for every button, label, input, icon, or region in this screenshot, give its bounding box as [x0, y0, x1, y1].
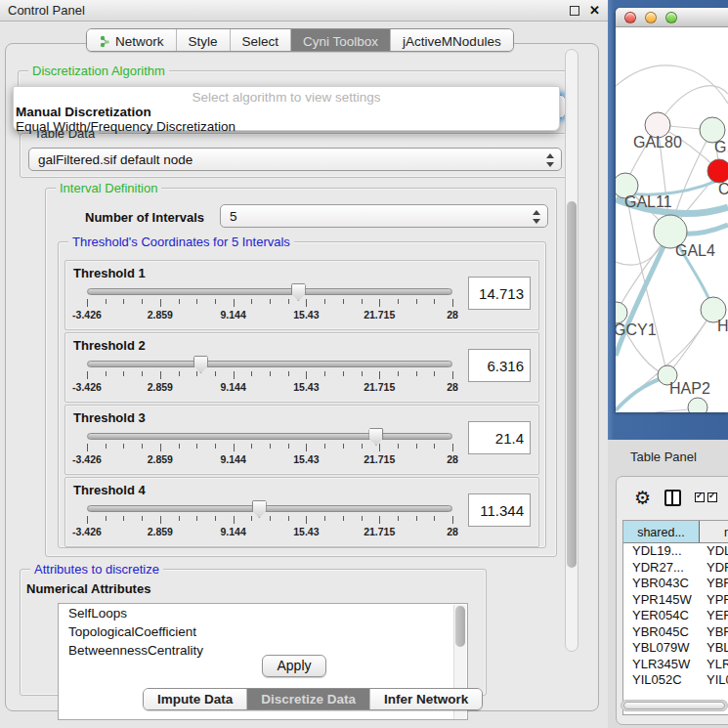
table-cell[interactable]: YIL052C	[623, 672, 700, 689]
settings-scrollbar[interactable]	[565, 49, 578, 652]
table-cell[interactable]: YLR3	[700, 657, 728, 673]
table-cell[interactable]: YIL0	[700, 672, 728, 689]
table-cell[interactable]: YER0	[700, 608, 728, 624]
threshold-value-field[interactable]: 6.316	[468, 349, 531, 382]
table-row[interactable]: YLR345WYLR3	[623, 657, 728, 673]
minimize-traffic-light-icon[interactable]	[645, 12, 657, 23]
table-cell[interactable]: YBR0	[700, 624, 728, 641]
close-traffic-light-icon[interactable]	[624, 12, 636, 23]
tab-infer-network[interactable]: Infer Network	[370, 689, 482, 709]
column-header-name[interactable]: n	[700, 521, 728, 542]
table-cell[interactable]: YBR045C	[623, 624, 700, 641]
tick-mark	[142, 371, 143, 376]
table-row[interactable]: YBR045CYBR0	[623, 624, 728, 641]
table-cell[interactable]: YLR345W	[623, 657, 700, 673]
table-cell[interactable]: YBR043C	[623, 576, 700, 592]
popup-item-equal-width-frequency[interactable]: Equal Width/Frequency Discretization	[14, 119, 559, 134]
tab-cyni-toolbox[interactable]: Cyni Toolbox	[291, 29, 391, 51]
threshold-slider[interactable]: -3.4262.8599.14415.4321.71528	[87, 359, 452, 392]
network-view-window[interactable]: GAL80G.CGAL11GAL4GCY1HHAP2	[616, 8, 728, 412]
tab-discretize-data[interactable]: Discretize Data	[247, 689, 370, 709]
table-cell[interactable]: YDR27...	[623, 560, 700, 577]
column-header-shared[interactable]: shared...	[623, 521, 700, 542]
threshold-slider[interactable]: -3.4262.8599.14415.4321.71528	[87, 286, 452, 320]
network-graph: GAL80G.CGAL11GAL4GCY1HHAP2	[616, 27, 728, 412]
tab-style[interactable]: Style	[177, 29, 231, 51]
scrollbar-thumb[interactable]	[455, 606, 465, 647]
attribute-list-item[interactable]: SelfLoops	[59, 604, 467, 622]
network-node-C[interactable]	[707, 159, 728, 183]
checkbox-icon[interactable]	[695, 492, 705, 502]
tick-mark	[379, 299, 380, 307]
threshold-slider[interactable]: -3.4262.8599.14415.4321.71528	[87, 503, 452, 536]
tab-select[interactable]: Select	[231, 29, 292, 51]
table-row[interactable]: YBL079WYBL0	[623, 640, 728, 657]
apply-button[interactable]: Apply	[262, 655, 326, 677]
table-row[interactable]: YER054CYER0	[623, 608, 728, 624]
tick-mark	[123, 516, 124, 521]
tick-mark	[234, 444, 235, 451]
threshold-value-field[interactable]: 21.4	[468, 421, 531, 454]
network-edge[interactable]	[616, 407, 698, 412]
scrollbar-thumb[interactable]	[623, 702, 725, 709]
tick-label: 15.43	[293, 526, 319, 537]
slider-track[interactable]	[87, 288, 452, 295]
table-cell[interactable]: YER054C	[623, 608, 700, 624]
threshold-value-field[interactable]: 14.713	[468, 277, 531, 310]
table-row[interactable]: YIL052CYIL0	[623, 672, 728, 689]
tick-mark	[251, 516, 252, 521]
table-row[interactable]: YDL19...YDL1	[623, 543, 728, 560]
network-node-GCY1[interactable]	[616, 302, 627, 323]
table-cell[interactable]: YBL079W	[623, 640, 700, 657]
table-cell[interactable]: YBL0	[700, 640, 728, 657]
threshold-value-field[interactable]: 11.344	[468, 493, 531, 527]
scrollbar-thumb[interactable]	[567, 201, 577, 568]
number-of-intervals-combo[interactable]: 5	[220, 204, 548, 228]
number-of-intervals-label: Number of Intervals	[85, 210, 204, 225]
tick-mark	[160, 299, 161, 307]
table-cell[interactable]: YBR0	[700, 576, 728, 592]
table-cell[interactable]: YDL1	[700, 543, 728, 560]
close-icon[interactable]: ✕	[589, 6, 600, 16]
gear-icon[interactable]: ⚙	[634, 489, 651, 507]
table-cell[interactable]: YDL19...	[623, 543, 700, 560]
tick-mark	[362, 371, 363, 376]
table-row[interactable]: YBR043CYBR0	[623, 576, 728, 592]
float-window-icon[interactable]	[570, 6, 579, 16]
network-canvas[interactable]: GAL80G.CGAL11GAL4GCY1HHAP2	[616, 27, 728, 412]
network-window-titlebar[interactable]	[616, 8, 728, 27]
tick-mark	[343, 516, 344, 521]
number-of-intervals-value: 5	[230, 209, 237, 224]
tick-mark	[196, 371, 197, 376]
network-edge[interactable]	[616, 65, 728, 104]
table-data-combo[interactable]: galFiltered.sif default node	[28, 148, 562, 171]
table-cell[interactable]: YPR1	[700, 592, 728, 609]
network-node-label: GAL4	[675, 242, 715, 259]
tab-impute-data[interactable]: Impute Data	[144, 689, 247, 709]
tick-mark	[106, 444, 107, 449]
slider-track[interactable]	[87, 433, 452, 440]
tick-mark	[234, 371, 235, 379]
table-row[interactable]: YPR145WYPR1	[623, 592, 728, 609]
table-cell[interactable]: YPR145W	[623, 592, 700, 609]
tick-label: 28	[447, 309, 458, 321]
threshold-slider[interactable]: -3.4262.8599.14415.4321.71528	[87, 431, 452, 464]
attribute-list-item[interactable]: TopologicalCoefficient	[59, 622, 467, 641]
tick-mark	[87, 516, 88, 524]
table-cell[interactable]: YDR2	[700, 560, 728, 577]
threshold-box-2: Threshold 2-3.4262.8599.14415.4321.71528…	[64, 332, 539, 403]
threshold-label: Threshold 4	[73, 483, 146, 497]
slider-tick-labels: -3.4262.8599.14415.4321.71528	[87, 309, 452, 321]
split-columns-icon[interactable]	[664, 490, 681, 506]
zoom-traffic-light-icon[interactable]	[665, 12, 677, 23]
popup-item-manual-discretization[interactable]: Manual Discretization	[14, 105, 559, 119]
select-columns-icons	[695, 492, 717, 502]
table-horizontal-scrollbar[interactable]	[621, 700, 728, 711]
table-row[interactable]: YDR27...YDR2	[623, 560, 728, 577]
tab-jactivemnodules[interactable]: jActiveMNodules	[391, 29, 513, 51]
slider-track[interactable]	[87, 505, 452, 512]
tab-network[interactable]: Network	[87, 29, 177, 51]
checkbox-icon[interactable]	[707, 492, 717, 502]
network-node-BN[interactable]	[688, 398, 707, 412]
slider-track[interactable]	[87, 361, 452, 367]
